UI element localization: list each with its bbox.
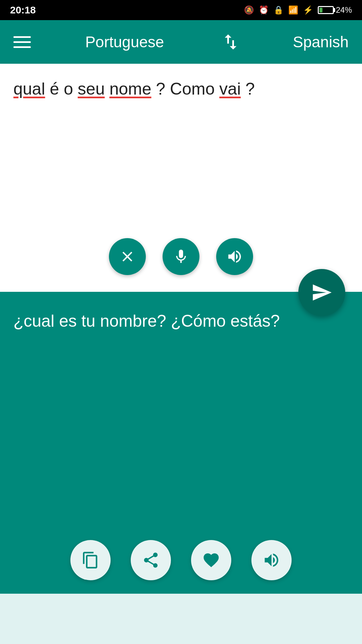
- panels-container: qual é o seu nome ? Como vai ?: [0, 64, 362, 594]
- source-text-display[interactable]: qual é o seu nome ? Como vai ?: [13, 77, 349, 225]
- translate-button[interactable]: [298, 269, 345, 316]
- app-bar: Portuguese Spanish: [0, 20, 362, 64]
- speak-source-button[interactable]: [216, 238, 253, 275]
- signal-icon: 📶: [288, 5, 298, 15]
- clear-button[interactable]: [109, 238, 146, 275]
- source-language-selector[interactable]: Portuguese: [85, 33, 164, 51]
- sim-lock-icon: 🔒: [274, 5, 284, 15]
- status-icons: 🔕 ⏰ 🔒 📶 ⚡ 24%: [244, 5, 352, 15]
- word-vai: vai: [219, 79, 241, 98]
- alarm-icon: ⏰: [259, 5, 269, 15]
- output-panel: ¿cual es tu nombre? ¿Cómo estás?: [0, 292, 362, 594]
- notification-muted-icon: 🔕: [244, 5, 254, 15]
- battery-indicator: 24%: [318, 5, 352, 15]
- menu-button[interactable]: [13, 36, 31, 48]
- microphone-button[interactable]: [163, 238, 199, 275]
- word-e: é o: [50, 79, 77, 98]
- favorite-button[interactable]: [191, 540, 231, 580]
- word-seu: seu: [78, 79, 105, 98]
- target-language-selector[interactable]: Spanish: [293, 33, 349, 51]
- word-qual: qual: [13, 79, 45, 98]
- q2: ?: [245, 79, 255, 98]
- speak-translation-button[interactable]: [251, 540, 292, 580]
- input-controls: [13, 238, 349, 282]
- status-time: 20:18: [10, 4, 36, 16]
- q1: ? Como: [156, 79, 219, 98]
- copy-button[interactable]: [70, 540, 111, 580]
- swap-languages-button[interactable]: [217, 32, 241, 52]
- battery-percent: 24%: [336, 5, 352, 15]
- input-panel: qual é o seu nome ? Como vai ?: [0, 64, 362, 292]
- translated-text-display: ¿cual es tu nombre? ¿Cómo estás?: [13, 309, 349, 334]
- charging-icon: ⚡: [303, 5, 313, 15]
- output-controls: [13, 540, 349, 580]
- share-button[interactable]: [131, 540, 171, 580]
- status-bar: 20:18 🔕 ⏰ 🔒 📶 ⚡ 24%: [0, 0, 362, 20]
- word-nome: nome: [109, 79, 151, 98]
